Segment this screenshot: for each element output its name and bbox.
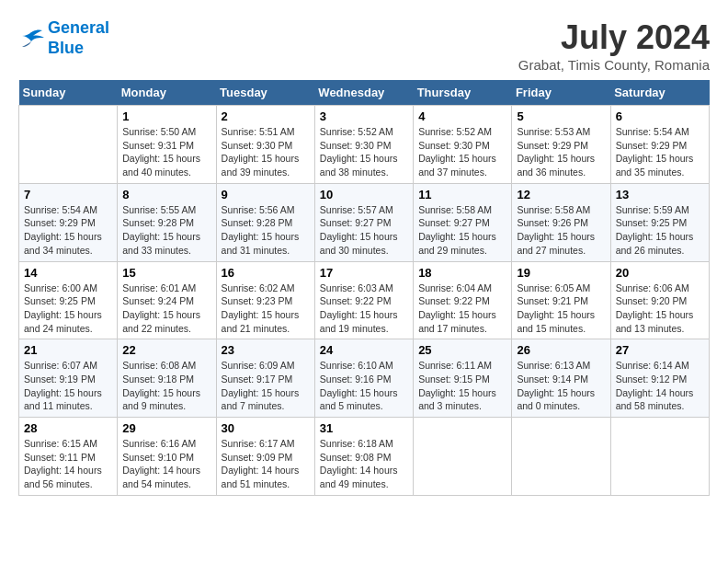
calendar-cell: 16Sunrise: 6:02 AM Sunset: 9:23 PM Dayli… (216, 261, 314, 339)
calendar-cell: 17Sunrise: 6:03 AM Sunset: 9:22 PM Dayli… (314, 261, 413, 339)
day-header-friday: Friday (512, 80, 610, 106)
calendar-cell: 18Sunrise: 6:04 AM Sunset: 9:22 PM Dayli… (414, 261, 512, 339)
day-number: 2 (222, 109, 310, 123)
day-header-wednesday: Wednesday (314, 80, 413, 106)
calendar-cell: 26Sunrise: 6:13 AM Sunset: 9:14 PM Dayli… (512, 339, 610, 418)
calendar-cell: 11Sunrise: 5:58 AM Sunset: 9:27 PM Dayli… (414, 183, 512, 261)
calendar-cell: 24Sunrise: 6:10 AM Sunset: 9:16 PM Dayli… (314, 339, 413, 418)
day-info: Sunrise: 6:08 AM Sunset: 9:18 PM Dayligh… (122, 359, 210, 413)
day-number: 20 (616, 266, 704, 280)
day-info: Sunrise: 6:15 AM Sunset: 9:11 PM Dayligh… (24, 437, 112, 491)
day-info: Sunrise: 6:03 AM Sunset: 9:22 PM Dayligh… (320, 282, 408, 336)
day-info: Sunrise: 6:06 AM Sunset: 9:20 PM Dayligh… (616, 282, 704, 336)
day-info: Sunrise: 5:59 AM Sunset: 9:25 PM Dayligh… (616, 203, 704, 258)
day-info: Sunrise: 6:04 AM Sunset: 9:22 PM Dayligh… (418, 282, 506, 336)
day-header-sunday: Sunday (19, 80, 118, 106)
day-header-tuesday: Tuesday (216, 80, 314, 106)
day-number: 19 (517, 266, 605, 280)
day-number: 28 (24, 421, 112, 435)
calendar-cell (512, 418, 610, 496)
day-info: Sunrise: 6:01 AM Sunset: 9:24 PM Dayligh… (122, 282, 210, 336)
day-info: Sunrise: 5:56 AM Sunset: 9:28 PM Dayligh… (222, 203, 310, 258)
day-number: 12 (517, 188, 605, 201)
calendar-cell: 21Sunrise: 6:07 AM Sunset: 9:19 PM Dayli… (19, 339, 118, 418)
calendar-cell: 25Sunrise: 6:11 AM Sunset: 9:15 PM Dayli… (414, 339, 512, 418)
day-number: 18 (418, 266, 506, 280)
calendar-cell: 13Sunrise: 5:59 AM Sunset: 9:25 PM Dayli… (610, 183, 709, 261)
day-number: 3 (320, 109, 408, 123)
day-header-monday: Monday (118, 80, 216, 106)
day-info: Sunrise: 6:09 AM Sunset: 9:17 PM Dayligh… (222, 359, 310, 413)
calendar-cell: 30Sunrise: 6:17 AM Sunset: 9:09 PM Dayli… (216, 418, 314, 496)
day-number: 10 (320, 188, 408, 201)
day-number: 23 (222, 343, 310, 357)
day-number: 7 (24, 188, 112, 201)
calendar-cell: 19Sunrise: 6:05 AM Sunset: 9:21 PM Dayli… (512, 261, 610, 339)
week-row-5: 28Sunrise: 6:15 AM Sunset: 9:11 PM Dayli… (19, 418, 710, 496)
day-number: 21 (24, 343, 112, 357)
day-info: Sunrise: 6:13 AM Sunset: 9:14 PM Dayligh… (517, 359, 605, 413)
day-number: 15 (122, 266, 210, 280)
calendar-cell: 29Sunrise: 6:16 AM Sunset: 9:10 PM Dayli… (118, 418, 216, 496)
logo-line2: Blue (48, 39, 109, 59)
week-row-1: 1Sunrise: 5:50 AM Sunset: 9:31 PM Daylig… (19, 106, 710, 184)
day-info: Sunrise: 5:53 AM Sunset: 9:29 PM Dayligh… (517, 125, 605, 179)
logo: General Blue (18, 18, 109, 58)
calendar-cell: 7Sunrise: 5:54 AM Sunset: 9:29 PM Daylig… (19, 183, 118, 261)
subtitle: Grabat, Timis County, Romania (518, 57, 710, 73)
day-number: 5 (517, 109, 605, 123)
day-info: Sunrise: 6:14 AM Sunset: 9:12 PM Dayligh… (616, 359, 704, 413)
day-info: Sunrise: 6:17 AM Sunset: 9:09 PM Dayligh… (222, 437, 310, 491)
logo-text: General Blue (48, 18, 109, 58)
calendar-cell: 15Sunrise: 6:01 AM Sunset: 9:24 PM Dayli… (118, 261, 216, 339)
week-row-2: 7Sunrise: 5:54 AM Sunset: 9:29 PM Daylig… (19, 183, 710, 261)
day-header-thursday: Thursday (414, 80, 512, 106)
day-info: Sunrise: 5:51 AM Sunset: 9:30 PM Dayligh… (222, 125, 310, 179)
calendar-cell: 31Sunrise: 6:18 AM Sunset: 9:08 PM Dayli… (314, 418, 413, 496)
day-number: 4 (418, 109, 506, 123)
calendar-cell: 6Sunrise: 5:54 AM Sunset: 9:29 PM Daylig… (610, 106, 709, 184)
day-number: 29 (122, 421, 210, 435)
day-info: Sunrise: 5:58 AM Sunset: 9:26 PM Dayligh… (517, 203, 605, 258)
day-info: Sunrise: 6:05 AM Sunset: 9:21 PM Dayligh… (517, 282, 605, 336)
day-info: Sunrise: 5:55 AM Sunset: 9:28 PM Dayligh… (122, 203, 210, 258)
logo-line1: General (48, 18, 109, 39)
calendar-cell: 28Sunrise: 6:15 AM Sunset: 9:11 PM Dayli… (19, 418, 118, 496)
logo-icon (18, 29, 44, 49)
day-number: 22 (122, 343, 210, 357)
calendar-cell: 3Sunrise: 5:52 AM Sunset: 9:30 PM Daylig… (314, 106, 413, 184)
calendar-cell (19, 106, 118, 184)
calendar-cell: 1Sunrise: 5:50 AM Sunset: 9:31 PM Daylig… (118, 106, 216, 184)
day-info: Sunrise: 5:58 AM Sunset: 9:27 PM Dayligh… (418, 203, 506, 258)
calendar-cell: 4Sunrise: 5:52 AM Sunset: 9:30 PM Daylig… (414, 106, 512, 184)
calendar-cell (610, 418, 709, 496)
day-info: Sunrise: 6:02 AM Sunset: 9:23 PM Dayligh… (222, 282, 310, 336)
title-area: July 2024 Grabat, Timis County, Romania (518, 18, 710, 73)
day-info: Sunrise: 6:00 AM Sunset: 9:25 PM Dayligh… (24, 282, 112, 336)
calendar-table: SundayMondayTuesdayWednesdayThursdayFrid… (18, 80, 710, 496)
day-number: 11 (418, 188, 506, 201)
day-info: Sunrise: 6:11 AM Sunset: 9:15 PM Dayligh… (418, 359, 506, 413)
day-number: 17 (320, 266, 408, 280)
calendar-cell: 23Sunrise: 6:09 AM Sunset: 9:17 PM Dayli… (216, 339, 314, 418)
calendar-cell: 2Sunrise: 5:51 AM Sunset: 9:30 PM Daylig… (216, 106, 314, 184)
day-info: Sunrise: 6:16 AM Sunset: 9:10 PM Dayligh… (122, 437, 210, 491)
main-title: July 2024 (518, 18, 710, 57)
day-number: 8 (122, 188, 210, 201)
week-row-4: 21Sunrise: 6:07 AM Sunset: 9:19 PM Dayli… (19, 339, 710, 418)
calendar-cell: 5Sunrise: 5:53 AM Sunset: 9:29 PM Daylig… (512, 106, 610, 184)
day-header-saturday: Saturday (610, 80, 709, 106)
day-info: Sunrise: 5:57 AM Sunset: 9:27 PM Dayligh… (320, 203, 408, 258)
day-number: 31 (320, 421, 408, 435)
calendar-cell: 8Sunrise: 5:55 AM Sunset: 9:28 PM Daylig… (118, 183, 216, 261)
calendar-cell: 22Sunrise: 6:08 AM Sunset: 9:18 PM Dayli… (118, 339, 216, 418)
day-number: 27 (616, 343, 704, 357)
calendar-cell: 14Sunrise: 6:00 AM Sunset: 9:25 PM Dayli… (19, 261, 118, 339)
header-row: SundayMondayTuesdayWednesdayThursdayFrid… (19, 80, 710, 106)
day-number: 1 (122, 109, 210, 123)
day-number: 6 (616, 109, 704, 123)
day-number: 30 (222, 421, 310, 435)
day-info: Sunrise: 5:52 AM Sunset: 9:30 PM Dayligh… (418, 125, 506, 179)
calendar-cell: 27Sunrise: 6:14 AM Sunset: 9:12 PM Dayli… (610, 339, 709, 418)
day-info: Sunrise: 6:18 AM Sunset: 9:08 PM Dayligh… (320, 437, 408, 491)
